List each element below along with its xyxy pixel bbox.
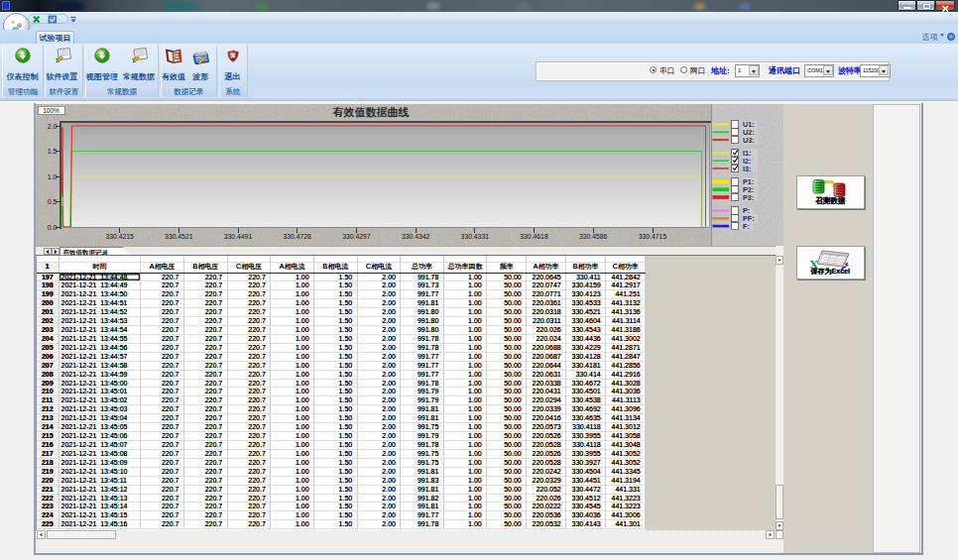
svg-text:1.5: 1.5 <box>48 148 58 155</box>
svg-text:330.4342: 330.4342 <box>402 232 430 239</box>
svg-text:330.4715: 330.4715 <box>639 232 667 239</box>
svg-text:1.0: 1.0 <box>48 172 58 179</box>
svg-text:2.0: 2.0 <box>48 122 58 129</box>
svg-text:330.4586: 330.4586 <box>579 232 608 239</box>
svg-text:100%: 100% <box>43 106 60 113</box>
svg-text:有效值数据曲线: 有效值数据曲线 <box>333 105 410 117</box>
svg-text:330.4728: 330.4728 <box>284 232 312 239</box>
svg-text:0.0: 0.0 <box>48 223 58 230</box>
svg-text:I3:: I3: <box>743 164 751 172</box>
svg-text:330.4618: 330.4618 <box>520 232 548 239</box>
svg-text:U3:: U3: <box>743 135 755 144</box>
svg-text:P3:: P3: <box>743 192 754 201</box>
svg-text:330.4215: 330.4215 <box>105 232 134 239</box>
svg-text:0.5: 0.5 <box>48 198 58 205</box>
svg-text:330.4297: 330.4297 <box>342 232 371 239</box>
svg-text:F:: F: <box>743 221 750 230</box>
svg-text:330.4331: 330.4331 <box>461 232 490 239</box>
svg-text:330.4491: 330.4491 <box>224 232 253 239</box>
svg-text:330.4521: 330.4521 <box>165 232 193 239</box>
